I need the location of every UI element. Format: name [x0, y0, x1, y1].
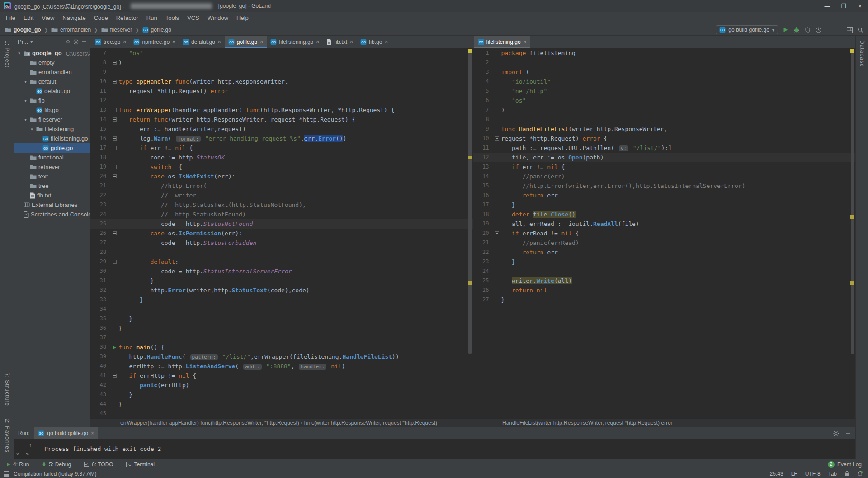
maximize-button[interactable]: ❐ [835, 0, 852, 12]
code-line-44[interactable]: 44} [90, 399, 473, 409]
code-line-43[interactable]: 43 } [90, 390, 473, 399]
tree-item-retriever[interactable]: retriever [14, 162, 90, 172]
gear-icon[interactable] [833, 431, 839, 436]
line-ending-indicator[interactable]: LF [791, 471, 797, 477]
fold-gutter-cell[interactable] [110, 257, 118, 267]
code-line-17[interactable]: 17 if err != nil { [90, 143, 473, 153]
run-main-icon[interactable] [113, 345, 116, 350]
code-line-29[interactable]: 29 default: [90, 257, 473, 267]
tree-item-functional[interactable]: functional [14, 153, 90, 162]
code-line-4[interactable]: 4 "io/ioutil" [473, 77, 856, 86]
code-line-12[interactable]: 12 file, err := os.Open(path) [473, 153, 856, 162]
project-view-selector[interactable]: Pr... [18, 38, 28, 45]
code-line-30[interactable]: 30 code = http.StatusInternalServerError [90, 267, 473, 276]
code-line-2[interactable]: 2 [473, 58, 856, 67]
fold-marker-icon[interactable] [113, 108, 117, 112]
close-button[interactable]: × [852, 0, 868, 12]
menu-code[interactable]: Code [90, 12, 112, 24]
fold-gutter-cell[interactable] [493, 124, 501, 134]
code-line-27[interactable]: 27 code = http.StatusForbidden [90, 238, 473, 248]
scrollbar-left[interactable] [467, 48, 473, 418]
context-breadcrumb-left[interactable]: errWrapper(handler appHandler) func(http… [120, 420, 437, 426]
editor-tab-defalut.go[interactable]: GOdefalut.go× [179, 36, 225, 48]
code-line-15[interactable]: 15 err := handler(writer,request) [90, 124, 473, 134]
tree-item-external-libraries[interactable]: External Libraries [14, 200, 90, 210]
fold-marker-icon[interactable] [113, 80, 117, 84]
tree-item-fib.txt[interactable]: fib.txt [14, 191, 90, 200]
editor-tab-fib.go[interactable]: GOfib.go× [357, 36, 392, 48]
breadcrumb-item-fileserver[interactable]: fileserver [101, 27, 132, 33]
tree-item-scratches-and-consoles[interactable]: Scratches and Consoles [14, 210, 90, 219]
code-line-25[interactable]: 25 code = http.StatusNotFound [90, 219, 473, 229]
chevron-expanded-icon[interactable]: ▾ [23, 80, 28, 84]
code-line-5[interactable]: 5 "net/http" [473, 86, 856, 96]
code-line-20[interactable]: 20 if errRead != nil { [473, 229, 856, 238]
tab-close-icon[interactable]: × [385, 39, 388, 45]
code-line-9[interactable]: 9func HandleFileList(writer http.Respons… [473, 124, 856, 134]
menu-run[interactable]: Run [142, 12, 161, 24]
fold-marker-icon[interactable] [113, 136, 117, 141]
gear-icon[interactable] [73, 39, 79, 45]
run-button[interactable] [783, 27, 788, 33]
fold-gutter-cell[interactable] [493, 229, 501, 238]
tree-item-defalut.go[interactable]: GOdefalut.go [14, 86, 90, 96]
code-line-42[interactable]: 42 panic(errHttp) [90, 380, 473, 390]
warning-stripe-mark[interactable] [468, 281, 472, 285]
tab-close-icon[interactable]: × [260, 39, 263, 45]
context-breadcrumb-right[interactable]: HandleFileList(writer http.ResponseWrite… [502, 420, 673, 426]
editor-tab-fib.txt[interactable]: fib.txt× [323, 36, 357, 48]
fold-gutter-cell[interactable] [110, 105, 118, 115]
code-line-37[interactable]: 37 [90, 333, 473, 342]
code-line-9[interactable]: 9 [90, 67, 473, 77]
fold-gutter-cell[interactable] [110, 172, 118, 181]
editor-tab-tree.go[interactable]: GOtree.go× [91, 36, 130, 48]
console-toolbar-icon[interactable]: » [26, 451, 29, 457]
fold-marker-icon[interactable] [113, 260, 117, 264]
code-line-21[interactable]: 21 //http.Error( [90, 181, 473, 191]
code-line-18[interactable]: 18 defer file.Close() [473, 210, 856, 219]
tree-item-errorhandlen[interactable]: errorhandlen [14, 67, 90, 77]
code-line-41[interactable]: 41 if errHttp != nil { [90, 371, 473, 380]
tree-item-fib[interactable]: ▾fib [14, 96, 90, 105]
tool-stripe-database[interactable]: Database [859, 40, 865, 67]
code-line-26[interactable]: 26 case os.IsPermission(err): [90, 229, 473, 238]
tree-item-fileserver[interactable]: ▾fileserver [14, 115, 90, 124]
warning-stripe-mark[interactable] [850, 215, 854, 219]
tab-close-icon[interactable]: × [91, 430, 94, 436]
code-line-26[interactable]: 26 return nil [473, 286, 856, 295]
search-everywhere-button[interactable] [858, 27, 863, 33]
code-line-33[interactable]: 33 } [90, 295, 473, 305]
menu-help[interactable]: Help [232, 12, 253, 24]
code-line-35[interactable]: 35 } [90, 314, 473, 323]
fold-gutter-cell[interactable] [493, 67, 501, 77]
fold-gutter-cell[interactable] [493, 162, 501, 172]
code-line-17[interactable]: 17 } [473, 200, 856, 210]
tree-item-fib.go[interactable]: GOfib.go [14, 105, 90, 115]
hide-windows-button[interactable] [847, 27, 853, 33]
console-toolbar-icon[interactable]: » [16, 451, 19, 457]
tab-close-icon[interactable]: × [123, 39, 126, 45]
chevron-expanded-icon[interactable]: ▾ [23, 117, 28, 122]
run-config-tab[interactable]: GO go build gofile.go × [34, 427, 98, 439]
code-line-25[interactable]: 25 writer.Write(all) [473, 276, 856, 286]
menu-edit[interactable]: Edit [19, 12, 38, 24]
code-line-39[interactable]: 39 http.HandleFunc( pattern: "/list/",er… [90, 352, 473, 361]
hide-panel-icon[interactable] [81, 39, 87, 44]
menu-refactor[interactable]: Refactor [112, 12, 142, 24]
menu-vcs[interactable]: VCS [183, 12, 203, 24]
code-line-11[interactable]: 11 path := request.URL.Path[len( v: "/li… [473, 143, 856, 153]
fold-gutter-cell[interactable] [110, 162, 118, 172]
menu-navigate[interactable]: Navigate [58, 12, 90, 24]
fold-marker-icon[interactable] [113, 117, 117, 122]
fold-gutter-cell[interactable] [110, 58, 118, 67]
tool-window-toggle-icon[interactable] [4, 471, 9, 477]
menu-file[interactable]: File [2, 12, 19, 24]
fold-marker-icon[interactable] [113, 146, 117, 150]
editor-tab-npmtree.go[interactable]: GOnpmtree.go× [130, 36, 179, 48]
breadcrumb-item-gofile.go[interactable]: GOgofile.go [142, 27, 171, 33]
console-toolbar-icon[interactable]: ↑ [29, 442, 32, 448]
code-line-7[interactable]: 7) [473, 105, 856, 115]
caret-position[interactable]: 25:43 [770, 471, 783, 477]
code-line-20[interactable]: 20 case os.IsNotExist(err): [90, 172, 473, 181]
fold-marker-icon[interactable] [113, 165, 117, 169]
